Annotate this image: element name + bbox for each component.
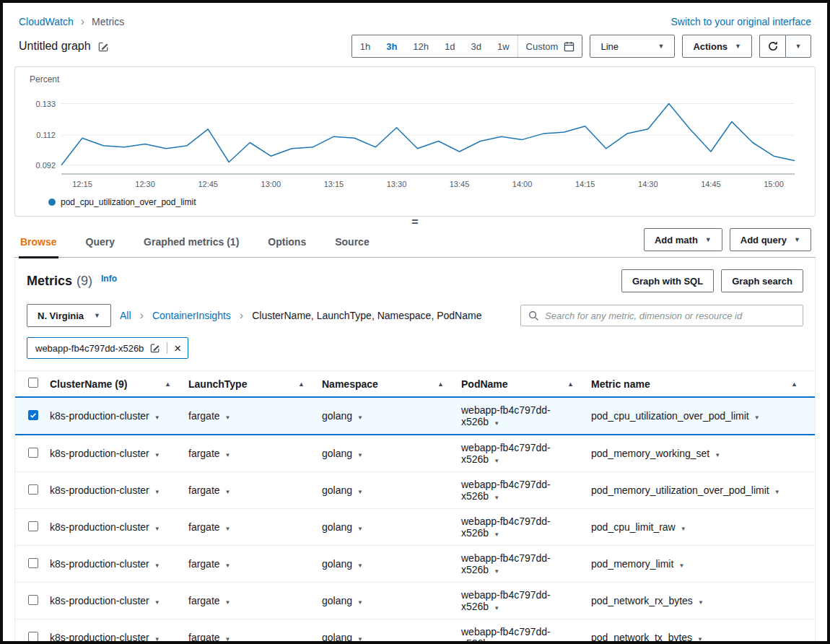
tab-graphed-metrics-1[interactable]: Graphed metrics (1) — [142, 229, 240, 258]
add-query-button[interactable]: Add query ▼ — [730, 228, 811, 251]
row-checkbox[interactable] — [28, 410, 38, 420]
column-header[interactable]: Metric name▲ — [591, 371, 815, 398]
cell-dropdown-icon[interactable]: ▼ — [357, 452, 363, 458]
cell-dropdown-icon[interactable]: ▼ — [154, 526, 160, 532]
switch-interface-link[interactable]: Switch to your original interface — [670, 16, 811, 27]
search-input[interactable] — [545, 310, 795, 321]
cell-dropdown-icon[interactable]: ▼ — [225, 526, 231, 532]
table-row[interactable]: k8s-production-cluster▼fargate▼golang▼we… — [15, 435, 815, 472]
sort-asc-icon[interactable]: ▲ — [791, 380, 798, 388]
cell-dropdown-icon[interactable]: ▼ — [154, 636, 160, 643]
cell-dropdown-icon[interactable]: ▼ — [678, 562, 684, 569]
tab-source[interactable]: Source — [333, 229, 370, 258]
cell-dropdown-icon[interactable]: ▼ — [494, 568, 499, 575]
column-header[interactable]: Namespace▲ — [322, 371, 461, 398]
cell-dropdown-icon[interactable]: ▼ — [357, 489, 363, 495]
tab-browse[interactable]: Browse — [19, 229, 58, 258]
cell-dropdown-icon[interactable]: ▼ — [774, 489, 780, 495]
cell-dropdown-icon[interactable]: ▼ — [681, 526, 686, 532]
refresh-button[interactable] — [759, 35, 785, 58]
cell-dropdown-icon[interactable]: ▼ — [754, 414, 760, 421]
table-row[interactable]: k8s-production-cluster▼fargate▼golang▼we… — [15, 472, 815, 509]
time-range-1d[interactable]: 1d — [437, 35, 463, 57]
legend-series-name: pod_cpu_utilization_over_pod_limit — [61, 197, 196, 207]
cell-dropdown-icon[interactable]: ▼ — [154, 599, 160, 606]
row-checkbox[interactable] — [28, 484, 38, 495]
cell-dropdown-icon[interactable]: ▼ — [357, 636, 363, 643]
add-math-button[interactable]: Add math ▼ — [644, 228, 722, 251]
table-row[interactable]: k8s-production-cluster▼fargate▼golang▼we… — [15, 397, 815, 435]
cell-metric: pod_memory_working_set — [591, 448, 709, 459]
graph-search-button[interactable]: Graph search — [721, 269, 803, 292]
remove-filter-icon[interactable]: × — [174, 342, 181, 354]
edit-filter-icon[interactable] — [150, 343, 160, 353]
path-containerinsights-link[interactable]: ContainerInsights — [152, 310, 231, 321]
sort-asc-icon[interactable]: ▲ — [437, 380, 444, 388]
sort-asc-icon[interactable]: ▲ — [298, 380, 305, 388]
chart-legend[interactable]: pod_cpu_utilization_over_pod_limit — [48, 197, 805, 207]
cell-dropdown-icon[interactable]: ▼ — [225, 414, 231, 421]
cell-dropdown-icon[interactable]: ▼ — [154, 489, 160, 495]
tab-query[interactable]: Query — [84, 229, 116, 258]
region-select[interactable]: N. Virginia ▼ — [27, 304, 111, 327]
cell-dropdown-icon[interactable]: ▼ — [494, 458, 499, 464]
cell-dropdown-icon[interactable]: ▼ — [494, 420, 499, 427]
refresh-dropdown-button[interactable]: ▼ — [785, 35, 811, 58]
cell-cluster: k8s-production-cluster — [50, 448, 149, 459]
cell-dropdown-icon[interactable]: ▼ — [357, 526, 363, 532]
cell-dropdown-icon[interactable]: ▼ — [154, 414, 160, 421]
graph-with-sql-button[interactable]: Graph with SQL — [621, 269, 714, 292]
time-range-1w[interactable]: 1w — [489, 35, 517, 57]
cell-dropdown-icon[interactable]: ▼ — [357, 414, 363, 421]
column-header[interactable]: ClusterName (9)▲ — [50, 371, 188, 398]
metrics-title: Metrics — [27, 274, 72, 289]
cell-dropdown-icon[interactable]: ▼ — [225, 489, 231, 495]
table-row[interactable]: k8s-production-cluster▼fargate▼golang▼we… — [15, 619, 815, 644]
cell-dropdown-icon[interactable]: ▼ — [225, 452, 231, 458]
resize-handle[interactable]: = — [14, 218, 816, 228]
row-checkbox[interactable] — [28, 448, 38, 458]
row-checkbox[interactable] — [28, 521, 38, 531]
edit-title-icon[interactable] — [98, 41, 109, 52]
column-label: Namespace — [322, 378, 378, 390]
time-range-1h[interactable]: 1h — [352, 35, 378, 57]
cell-dropdown-icon[interactable]: ▼ — [225, 599, 231, 606]
column-header[interactable]: LaunchType▲ — [188, 371, 322, 398]
table-row[interactable]: k8s-production-cluster▼fargate▼golang▼we… — [15, 509, 815, 546]
cell-dropdown-icon[interactable]: ▼ — [715, 452, 720, 458]
calendar-icon[interactable] — [562, 35, 582, 57]
time-range-3h[interactable]: 3h — [378, 35, 405, 57]
column-header[interactable]: PodName▲ — [461, 371, 591, 398]
row-checkbox[interactable] — [28, 632, 38, 642]
filter-token[interactable]: webapp-fb4c797dd-x526b × — [27, 337, 188, 359]
actions-button[interactable]: Actions ▼ — [682, 35, 752, 58]
row-checkbox[interactable] — [28, 595, 38, 605]
cell-dropdown-icon[interactable]: ▼ — [154, 562, 160, 569]
cell-dropdown-icon[interactable]: ▼ — [357, 599, 363, 606]
time-range-custom[interactable]: Custom — [517, 35, 563, 57]
cell-dropdown-icon[interactable]: ▼ — [698, 599, 704, 606]
table-row[interactable]: k8s-production-cluster▼fargate▼golang▼we… — [15, 546, 815, 583]
sort-asc-icon[interactable]: ▲ — [165, 380, 171, 388]
select-all-checkbox[interactable] — [28, 378, 38, 388]
row-checkbox[interactable] — [28, 558, 38, 568]
cell-dropdown-icon[interactable]: ▼ — [494, 495, 499, 501]
sort-asc-icon[interactable]: ▲ — [567, 380, 574, 388]
path-all-link[interactable]: All — [120, 310, 131, 321]
cell-dropdown-icon[interactable]: ▼ — [494, 531, 499, 538]
table-row[interactable]: k8s-production-cluster▼fargate▼golang▼we… — [15, 583, 815, 619]
tab-options[interactable]: Options — [266, 229, 307, 258]
breadcrumb-cloudwatch-link[interactable]: CloudWatch — [19, 16, 74, 27]
cell-dropdown-icon[interactable]: ▼ — [225, 562, 231, 569]
cell-dropdown-icon[interactable]: ▼ — [154, 452, 160, 458]
cell-dropdown-icon[interactable]: ▼ — [225, 636, 231, 643]
info-link[interactable]: Info — [101, 274, 117, 284]
cell-dropdown-icon[interactable]: ▼ — [357, 562, 363, 569]
cell-dropdown-icon[interactable]: ▼ — [697, 636, 703, 643]
cell-dropdown-icon[interactable]: ▼ — [494, 605, 499, 612]
chart-type-select[interactable]: Line ▼ — [590, 35, 675, 58]
cell-launch: fargate — [188, 484, 220, 496]
column-label: PodName — [461, 378, 508, 390]
time-range-3d[interactable]: 3d — [463, 35, 489, 57]
time-range-12h[interactable]: 12h — [405, 35, 437, 57]
